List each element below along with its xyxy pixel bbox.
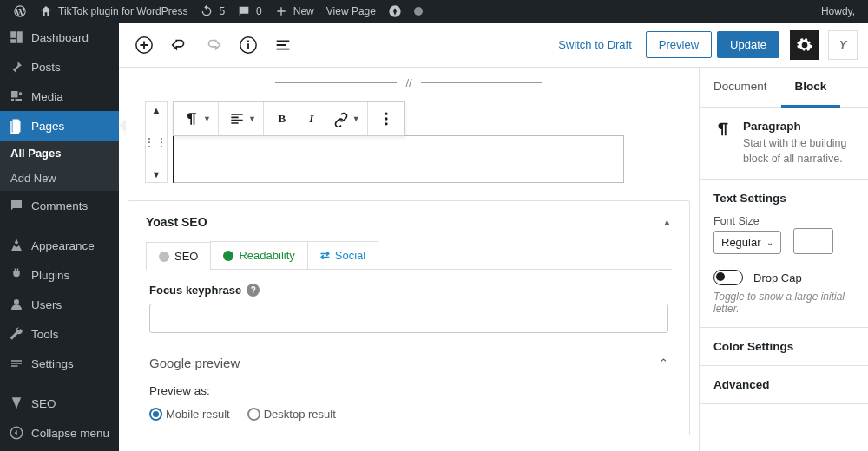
text-settings-heading: Text Settings <box>713 192 854 205</box>
editor-header: Switch to Draft Preview Update Y <box>119 23 868 68</box>
block-type-button[interactable] <box>177 102 207 135</box>
chevron-down-icon[interactable]: ▼ <box>248 114 256 123</box>
radio-checked-icon <box>149 408 162 421</box>
preview-desktop-option[interactable]: Desktop result <box>247 408 336 421</box>
collapse-icon <box>9 425 24 441</box>
sidebar-item-media[interactable]: Media <box>0 82 119 111</box>
move-down-icon[interactable]: ▼ <box>149 167 164 182</box>
drop-cap-toggle[interactable] <box>713 270 743 285</box>
chevron-down-icon[interactable]: ▼ <box>352 114 360 123</box>
yoast-toggle[interactable]: Y <box>828 30 858 60</box>
updates-link[interactable]: 5 <box>194 0 231 23</box>
move-up-icon[interactable]: ▲ <box>149 102 164 118</box>
add-block-button[interactable] <box>129 30 159 60</box>
yoast-collapse[interactable]: ▲ <box>662 217 672 227</box>
yoast-tab-readability[interactable]: Readability <box>210 241 307 269</box>
yoast-adminbar[interactable] <box>382 0 408 23</box>
tab-block[interactable]: Block <box>781 68 841 108</box>
sidebar-item-appearance[interactable]: Appearance <box>0 231 119 260</box>
block-name: Paragraph <box>743 120 854 133</box>
google-preview-heading: Google preview <box>149 356 240 370</box>
focus-keyphrase-input[interactable] <box>149 304 668 333</box>
pin-icon <box>9 59 24 75</box>
google-preview-collapse[interactable]: ⌃ <box>659 356 668 369</box>
more-options-button[interactable] <box>372 102 401 135</box>
undo-button[interactable] <box>164 30 194 60</box>
preview-button[interactable]: Preview <box>646 31 712 58</box>
info-button[interactable] <box>233 30 263 60</box>
share-icon: ⇄ <box>320 249 330 262</box>
align-button[interactable] <box>222 102 252 135</box>
pages-icon <box>9 118 24 134</box>
sidebar-item-pages[interactable]: Pages <box>0 111 119 141</box>
updates-icon <box>200 4 214 18</box>
info-icon <box>239 36 258 55</box>
collapse-menu[interactable]: Collapse menu <box>0 418 119 448</box>
svg-point-5 <box>385 122 387 125</box>
sidebar-submenu-pages: All Pages Add New <box>0 141 119 191</box>
sidebar-item-seo[interactable]: SEO <box>0 389 119 418</box>
switch-to-draft[interactable]: Switch to Draft <box>549 38 641 51</box>
preview-mobile-option[interactable]: Mobile result <box>149 408 230 421</box>
settings-toggle[interactable] <box>790 30 819 60</box>
italic-button[interactable]: I <box>297 102 326 135</box>
comments-icon <box>9 198 24 213</box>
site-title: TikTok plugin for WordPress <box>58 5 187 17</box>
font-size-select[interactable]: Regular⌄ <box>713 231 781 254</box>
plus-circle-icon <box>135 36 154 55</box>
sidebar-item-posts[interactable]: Posts <box>0 52 119 82</box>
sidebar-item-comments[interactable]: Comments <box>0 191 119 220</box>
appearance-icon <box>9 238 24 253</box>
sidebar-item-tools[interactable]: Tools <box>0 319 119 349</box>
yoast-y-icon: Y <box>839 38 847 51</box>
sidebar-item-dashboard[interactable]: Dashboard <box>0 23 119 52</box>
link-button[interactable] <box>326 102 356 135</box>
drop-cap-label: Drop Cap <box>753 271 802 284</box>
drag-handle-icon[interactable]: ⋮⋮ <box>144 136 168 148</box>
sidebar-item-settings[interactable]: Settings <box>0 349 119 378</box>
outline-button[interactable] <box>268 30 298 60</box>
comment-icon <box>237 4 251 18</box>
yoast-tab-social[interactable]: ⇄Social <box>307 241 378 269</box>
dashboard-icon <box>9 29 24 45</box>
yoast-metabox: Yoast SEO ▲ SEO Readability ⇄Social Focu… <box>128 200 690 435</box>
radio-unchecked-icon <box>247 408 260 421</box>
new-link[interactable]: New <box>268 0 320 23</box>
site-home[interactable]: TikTok plugin for WordPress <box>33 0 194 23</box>
yoast-tab-seo[interactable]: SEO <box>146 242 211 270</box>
bold-button[interactable]: B <box>267 102 297 135</box>
block-description: Start with the building block of all nar… <box>743 136 854 167</box>
color-settings-accordion[interactable]: Color Settings <box>700 328 868 366</box>
chevron-down-icon: ⌄ <box>766 238 773 247</box>
advanced-accordion[interactable]: Advanced <box>700 366 868 404</box>
sidebar-subitem-allpages[interactable]: All Pages <box>0 141 119 166</box>
howdy-user[interactable]: Howdy, <box>815 0 861 23</box>
inspector-panel: Document Block Paragraph Start with the … <box>699 68 868 451</box>
sidebar-item-plugins[interactable]: Plugins <box>0 260 119 290</box>
sidebar-item-users[interactable]: Users <box>0 290 119 319</box>
status-dot <box>408 0 429 23</box>
plus-icon <box>274 4 288 18</box>
block-mover[interactable]: ▲ ⋮⋮ ▼ <box>145 101 168 183</box>
svg-point-4 <box>385 117 387 120</box>
font-size-number-input[interactable] <box>793 228 833 254</box>
comments-link[interactable]: 0 <box>231 0 268 23</box>
paragraph-block[interactable] <box>173 135 624 183</box>
plugins-icon <box>9 267 24 283</box>
paragraph-icon <box>713 120 733 139</box>
yoast-title: Yoast SEO <box>146 215 207 229</box>
preview-as-label: Preview as: <box>149 384 668 397</box>
wp-logo[interactable] <box>7 0 33 23</box>
align-icon <box>228 110 246 127</box>
readability-status-dot <box>223 251 233 261</box>
block-toolbar: ▼ ▼ B I ▼ <box>173 101 405 136</box>
sidebar-subitem-addnew[interactable]: Add New <box>0 166 119 191</box>
seo-status-dot <box>159 252 169 262</box>
tools-icon <box>9 326 24 342</box>
view-page-link[interactable]: View Page <box>320 0 382 23</box>
help-icon[interactable]: ? <box>247 284 260 297</box>
chevron-down-icon[interactable]: ▼ <box>203 114 211 123</box>
redo-button[interactable] <box>199 30 228 60</box>
update-button[interactable]: Update <box>717 31 779 58</box>
tab-document[interactable]: Document <box>700 68 781 107</box>
